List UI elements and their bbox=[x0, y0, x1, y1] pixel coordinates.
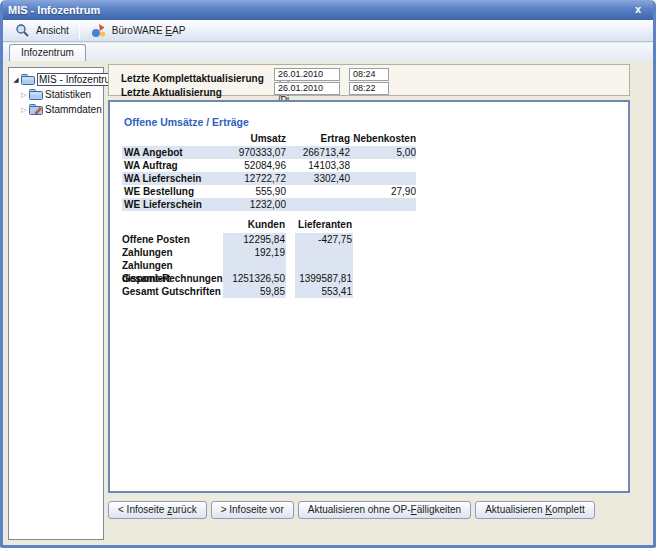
table-row: WA Angebot 970333,07 266713,42 5,00 bbox=[122, 146, 416, 159]
row-label: Offene Posten bbox=[122, 233, 223, 246]
footer-button-bar: < Infoseite zurück > Infoseite vor Aktua… bbox=[108, 501, 595, 519]
column-header-umsatz: Umsatz bbox=[232, 132, 286, 145]
table-row: Zahlungen disponiert bbox=[122, 259, 352, 272]
status-time-field[interactable]: 08:22 bbox=[349, 82, 389, 95]
table-row: WA Lieferschein 12722,72 3302,40 bbox=[122, 172, 416, 185]
toolbar: Ansicht BüroWARE EAP bbox=[3, 20, 653, 42]
cell-nebenkosten bbox=[350, 198, 416, 211]
close-icon: x bbox=[635, 3, 641, 15]
cell-kunden: 12295,84 bbox=[223, 233, 286, 246]
toolbar-separator bbox=[79, 23, 80, 39]
table-row: WA Auftrag 52084,96 14103,38 bbox=[122, 159, 416, 172]
row-label: WA Lieferschein bbox=[122, 172, 232, 185]
status-row: Letzte Komplettaktualisierung 26.01.2010… bbox=[121, 68, 629, 81]
expander-expanded-icon[interactable]: ◢ bbox=[12, 76, 20, 84]
cell-lieferanten: -427,75 bbox=[295, 233, 353, 246]
cell-umsatz: 52084,96 bbox=[232, 159, 286, 172]
expander-collapsed-icon[interactable]: ▷ bbox=[20, 91, 28, 99]
column-header-lieferanten: Lieferanten bbox=[295, 218, 353, 231]
cell-ertrag bbox=[286, 185, 350, 198]
close-button[interactable]: x bbox=[630, 2, 646, 17]
content-area: ◢ MIS - Infozentrum ▷ bbox=[3, 61, 653, 545]
magnifier-icon bbox=[15, 23, 30, 38]
folder-icon bbox=[21, 74, 35, 85]
row-label: Gesamt Gutschriften bbox=[122, 285, 223, 298]
cell-umsatz: 1232,00 bbox=[232, 198, 286, 211]
tree-item-label: Statistiken bbox=[45, 89, 91, 100]
column-header-ertrag: Ertrag bbox=[286, 132, 350, 145]
row-label: WA Angebot bbox=[122, 146, 232, 159]
info-panel: Offene Umsätze / Erträge Umsatz Ertrag N… bbox=[108, 100, 630, 493]
ansicht-label: Ansicht bbox=[36, 25, 69, 36]
table-header-row: Kunden Lieferanten bbox=[122, 218, 352, 231]
app-window: MIS - Infozentrum x Ansicht bbox=[0, 0, 656, 548]
buroware-eap-label: BüroWARE EAP bbox=[112, 25, 186, 36]
cell-ertrag: 14103,38 bbox=[286, 159, 350, 172]
buroware-logo-icon bbox=[91, 23, 106, 38]
tree-item-label: Stammdaten bbox=[45, 104, 102, 115]
folder-icon bbox=[29, 89, 43, 100]
table-row: Zahlungen 192,19 bbox=[122, 246, 352, 259]
umsaetze-table: Umsatz Ertrag Nebenkosten WA Angebot 970… bbox=[122, 132, 416, 211]
table-row: WE Lieferschein 1232,00 bbox=[122, 198, 416, 211]
cell-nebenkosten bbox=[350, 172, 416, 185]
title-bar[interactable]: MIS - Infozentrum x bbox=[0, 0, 656, 20]
navigation-tree: ◢ MIS - Infozentrum ▷ bbox=[8, 67, 104, 540]
cell-umsatz: 12722,72 bbox=[232, 172, 286, 185]
table-header-row: Umsatz Ertrag Nebenkosten bbox=[122, 132, 416, 145]
row-label: Zahlungen bbox=[122, 246, 223, 259]
cell-umsatz: 555,90 bbox=[232, 185, 286, 198]
cell-lieferanten: 1399587,81 bbox=[295, 272, 353, 285]
cell-ertrag: 3302,40 bbox=[286, 172, 350, 185]
infoseite-zurueck-button[interactable]: < Infoseite zurück bbox=[108, 501, 207, 519]
column-header-nebenkosten: Nebenkosten bbox=[350, 132, 416, 145]
table-row: Gesamt Gutschriften 59,85 553,41 bbox=[122, 285, 352, 298]
status-label: Letzte Aktualisierung bbox=[121, 87, 222, 98]
row-label: Gesamt-Rechnungen bbox=[122, 272, 223, 285]
ansicht-button[interactable]: Ansicht bbox=[7, 21, 76, 40]
cell-nebenkosten: 27,90 bbox=[350, 185, 416, 198]
expander-collapsed-icon[interactable]: ▷ bbox=[20, 106, 28, 114]
row-label: WE Lieferschein bbox=[122, 198, 232, 211]
status-time-field[interactable]: 08:24 bbox=[349, 68, 389, 81]
kunden-lieferanten-table: Kunden Lieferanten Offene Posten 12295,8… bbox=[122, 218, 352, 298]
column-header-kunden: Kunden bbox=[223, 218, 286, 231]
cell-nebenkosten bbox=[350, 159, 416, 172]
tree-item-mis-infozentrum[interactable]: ◢ MIS - Infozentrum bbox=[9, 72, 103, 87]
window-title: MIS - Infozentrum bbox=[8, 4, 100, 16]
cell-kunden: 59,85 bbox=[223, 285, 286, 298]
folder-edit-icon bbox=[29, 104, 43, 115]
row-label: WE Bestellung bbox=[122, 185, 232, 198]
cell-lieferanten bbox=[295, 246, 353, 259]
tree-item-stammdaten[interactable]: ▷ Stammdaten bbox=[9, 102, 103, 117]
tree-item-statistiken[interactable]: ▷ Statistiken bbox=[9, 87, 103, 102]
aktualisieren-komplett-button[interactable]: Aktualisieren Komplett bbox=[475, 501, 595, 519]
cell-kunden: 192,19 bbox=[223, 246, 286, 259]
row-label: WA Auftrag bbox=[122, 159, 232, 172]
update-status-box: Letzte Komplettaktualisierung 26.01.2010… bbox=[108, 64, 630, 96]
table-row: Gesamt-Rechnungen 1251326,50 1399587,81 bbox=[122, 272, 352, 285]
cell-ertrag: 266713,42 bbox=[286, 146, 350, 159]
cell-kunden: 1251326,50 bbox=[223, 272, 286, 285]
cell-umsatz: 970333,07 bbox=[232, 146, 286, 159]
tab-label: Infozentrum bbox=[21, 47, 74, 58]
table-row: WE Bestellung 555,90 27,90 bbox=[122, 185, 416, 198]
buroware-eap-button[interactable]: BüroWARE EAP bbox=[83, 21, 193, 40]
panel-title: Offene Umsätze / Erträge bbox=[124, 116, 249, 128]
cell-nebenkosten: 5,00 bbox=[350, 146, 416, 159]
cell-lieferanten: 553,41 bbox=[295, 285, 353, 298]
tab-infozentrum[interactable]: Infozentrum bbox=[9, 44, 86, 61]
tab-strip: Infozentrum bbox=[3, 43, 653, 61]
status-date-field[interactable]: 26.01.2010 /Di bbox=[274, 82, 340, 95]
status-row: Letzte Aktualisierung 26.01.2010 /Di 08:… bbox=[121, 82, 629, 95]
cell-ertrag bbox=[286, 198, 350, 211]
aktualisieren-ohne-op-button[interactable]: Aktualisieren ohne OP-Fälligkeiten bbox=[298, 501, 471, 519]
status-date-field[interactable]: 26.01.2010 /Di bbox=[274, 68, 340, 81]
table-row: Offene Posten 12295,84 -427,75 bbox=[122, 233, 352, 246]
infoseite-vor-button[interactable]: > Infoseite vor bbox=[211, 501, 294, 519]
